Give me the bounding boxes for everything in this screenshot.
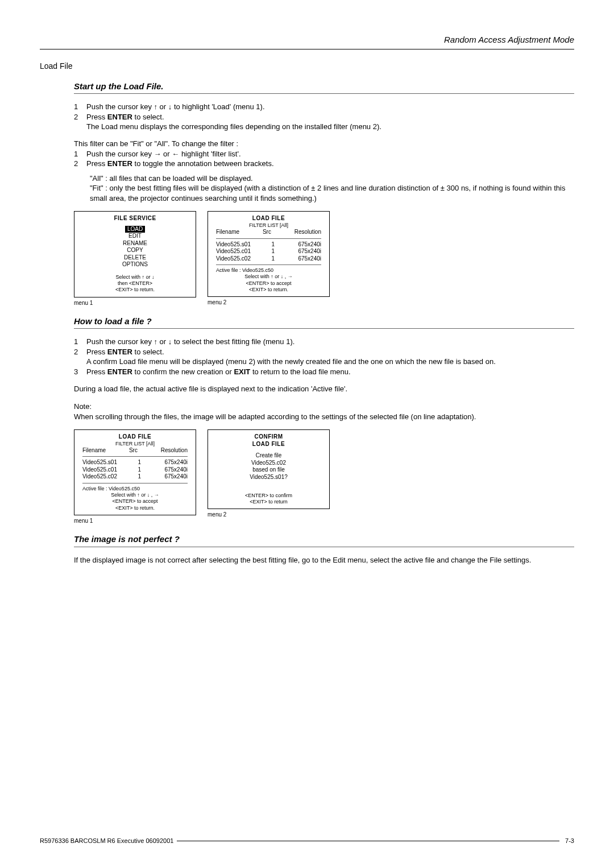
menu-hint: Select with ↑ or ↓ , → xyxy=(78,492,192,498)
cell: 1 xyxy=(272,241,283,249)
cell: 1 xyxy=(138,466,150,474)
cell: Video525.s01 xyxy=(82,459,134,466)
list-number: 2 xyxy=(74,347,86,357)
fit-description: "Fit" : only the best fitting files will… xyxy=(90,183,574,203)
menu-title: CONFIRM xyxy=(211,433,326,441)
list-text: Press ENTER to confirm the new creation … xyxy=(86,367,351,377)
page-header: Random Access Adjustment Mode xyxy=(40,34,574,49)
list-text: Push the cursor key → or ← highlight 'fi… xyxy=(86,149,241,159)
list-number: 1 xyxy=(74,337,86,347)
footer-page: 7-3 xyxy=(559,837,574,845)
menu-title: LOAD FILE xyxy=(78,433,192,441)
cell: Video525.c01 xyxy=(216,248,267,255)
all-description: "All" : all files that can be loaded wil… xyxy=(90,173,574,184)
menu-caption: menu 1 xyxy=(74,299,196,307)
cell: 675x240i xyxy=(154,459,188,466)
cell: 1 xyxy=(138,473,150,481)
list-text: Press ENTER to select. xyxy=(86,347,164,357)
col-header: Src xyxy=(129,447,138,454)
menu-title: LOAD FILE xyxy=(211,215,326,222)
menu-hint: <ENTER> to confirm xyxy=(211,493,326,499)
menu-caption: menu 2 xyxy=(208,511,330,519)
step-subtext: A confirm Load file menu will be display… xyxy=(86,357,574,367)
menu-hint: <ENTER> to accept xyxy=(78,498,192,505)
howto-heading: How to load a file ? xyxy=(74,316,574,329)
menu-load-file: LOAD FILE FILTER LIST [All] Filename Src… xyxy=(208,211,330,297)
menu-hint: <EXIT> to return. xyxy=(211,287,326,293)
footer-text: R5976336 BARCOSLM R6 Executive 06092001 xyxy=(40,837,177,845)
active-file: Active file : Video525.c50 xyxy=(78,486,192,492)
confirm-line: Video525.c02 xyxy=(211,460,326,467)
cell: Video525.c01 xyxy=(82,466,134,474)
cell: 675x240i xyxy=(287,248,321,255)
paragraph: If the displayed image is not correct af… xyxy=(74,555,574,565)
menu-filter: FILTER LIST [All] xyxy=(211,222,326,229)
list-number: 1 xyxy=(74,149,86,159)
list-text: Press ENTER to toggle the annotation bet… xyxy=(86,159,274,169)
cell: 1 xyxy=(138,459,150,466)
menu-hint: <EXIT> to return xyxy=(211,499,326,505)
menu-confirm-load: CONFIRM LOAD FILE Create file Video525.c… xyxy=(208,429,330,509)
confirm-line: based on file xyxy=(211,466,326,474)
cell: 1 xyxy=(272,255,283,263)
active-file: Active file : Video525.c50 xyxy=(211,267,326,274)
col-header: Resolution xyxy=(161,447,188,454)
menu-hint: <EXIT> to return. xyxy=(78,505,192,511)
cell: Video525.c02 xyxy=(216,255,267,263)
paragraph: During a load file, the actual active fi… xyxy=(74,384,574,394)
page-footer: R5976336 BARCOSLM R6 Executive 06092001 … xyxy=(40,837,574,845)
confirm-line: Video525.s01? xyxy=(211,474,326,481)
notperfect-heading: The image is not perfect ? xyxy=(74,534,574,547)
col-header: Filename xyxy=(82,447,106,454)
menu-caption: menu 2 xyxy=(208,299,330,307)
footer-rule xyxy=(177,841,559,842)
menu-item: EDIT xyxy=(78,233,192,240)
menu-hint: <EXIT> to return. xyxy=(78,287,192,293)
menu-item: COPY xyxy=(78,247,192,254)
startup-heading: Start up the Load File. xyxy=(74,81,574,94)
menu-caption: menu 1 xyxy=(74,517,196,525)
menu-hint: <ENTER> to accept xyxy=(211,280,326,287)
menu-item: RENAME xyxy=(78,240,192,247)
menu-item: DELETE xyxy=(78,254,192,262)
note-label: Note: xyxy=(74,402,574,412)
cell: 1 xyxy=(272,248,283,255)
cell: 675x240i xyxy=(287,255,321,263)
menu-hint: Select with ↑ or ↓ xyxy=(78,274,192,280)
howto-body: 1 Push the cursor key ↑ or ↓ to select t… xyxy=(74,337,574,524)
menu-item-load: LOAD xyxy=(125,226,145,233)
menu-file-service: FILE SERVICE LOAD EDIT RENAME COPY DELET… xyxy=(74,211,196,297)
menu-hint: Select with ↑ or ↓ , → xyxy=(211,274,326,280)
list-number: 2 xyxy=(74,159,86,169)
col-header: Src xyxy=(263,229,271,236)
notperfect-body: If the displayed image is not correct af… xyxy=(74,555,574,565)
menu-load-file: LOAD FILE FILTER LIST [All] Filename Src… xyxy=(74,429,196,515)
menu-item: OPTIONS xyxy=(78,261,192,268)
cell: 675x240i xyxy=(154,473,188,481)
cell: 675x240i xyxy=(154,466,188,474)
startup-body: 1 Push the cursor key ↑ or ↓ to highligh… xyxy=(74,102,574,307)
step-subtext: The Load menu displays the corresponding… xyxy=(86,122,574,132)
col-header: Filename xyxy=(216,229,239,236)
cell: 675x240i xyxy=(287,241,321,249)
col-header: Resolution xyxy=(294,229,321,236)
menu-filter: FILTER LIST [All] xyxy=(78,441,192,447)
list-number: 1 xyxy=(74,102,86,112)
menu-title: FILE SERVICE xyxy=(78,215,192,222)
list-text: Push the cursor key ↑ or ↓ to highlight … xyxy=(86,102,265,112)
list-text: Push the cursor key ↑ or ↓ to select the… xyxy=(86,337,294,347)
list-number: 3 xyxy=(74,367,86,377)
cell: Video525.c02 xyxy=(82,473,134,481)
note-text: When scrolling through the files, the im… xyxy=(74,412,574,422)
header-title: Random Access Adjustment Mode xyxy=(444,35,574,44)
menu-hint: then <ENTER> xyxy=(78,280,192,287)
section-title: Load File xyxy=(40,61,574,72)
cell: Video525.s01 xyxy=(216,241,267,249)
list-text: Press ENTER to select. xyxy=(86,112,164,122)
paragraph: This filter can be "Fit" or "All". To ch… xyxy=(74,139,574,149)
confirm-line: Create file xyxy=(211,452,326,460)
list-number: 2 xyxy=(74,112,86,122)
menu-title: LOAD FILE xyxy=(211,441,326,448)
